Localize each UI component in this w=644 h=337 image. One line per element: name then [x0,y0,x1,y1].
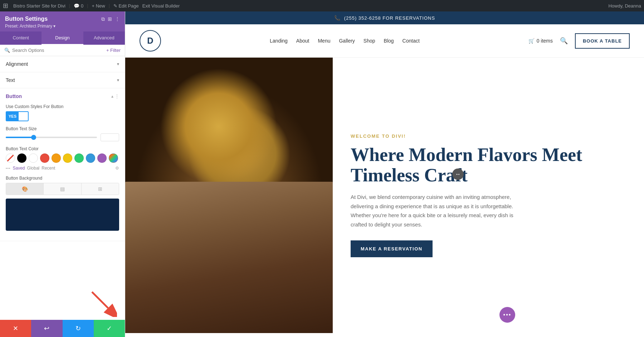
panel-tabs: Content Design Advanced [0,31,125,45]
book-table-button[interactable]: BOOK A TABLE [575,33,630,49]
bg-color-tab[interactable]: 🎨 [6,183,44,195]
text-size-slider-track [6,137,97,138]
hero-section: WELCOME TO DIVI! Where Modern Flavors Me… [125,58,644,333]
custom-styles-field: Use Custom Styles For Button YES [6,104,119,121]
nav-cart[interactable]: 🛒 0 items [528,38,553,44]
reservation-button[interactable]: MAKE A RESERVATION [351,240,433,257]
wp-logo-icon[interactable]: ⊞ [3,2,8,10]
separator3: | [109,3,110,8]
edit-page-button[interactable]: ✎ Edit Page [113,3,139,9]
separator2: | [87,3,88,8]
panel-columns-icon[interactable]: ⊞ [108,16,112,22]
resize-handle[interactable]: ↔ [452,168,464,180]
bg-image-icon: ⊞ [98,186,102,192]
topbar-text: (255) 352-6258 FOR RESERVATIONS [344,15,435,21]
nav-about[interactable]: About [296,38,309,44]
website-preview: 📞 (255) 352-6258 FOR RESERVATIONS D Land… [125,11,644,337]
tab-design[interactable]: Design [42,31,83,45]
hero-content: WELCOME TO DIVI! Where Modern Flavors Me… [333,58,644,333]
save-button[interactable]: ✓ [94,320,125,337]
custom-styles-toggle[interactable]: YES [6,111,29,121]
comments-icon[interactable]: 💬 0 [74,3,83,9]
yellow-color-swatch[interactable] [63,153,72,163]
phone-icon: 📞 [334,15,341,21]
saved-tag[interactable]: Saved [13,166,25,171]
button-text-size-field: Button Text Size 13px [6,126,119,141]
purple-color-swatch[interactable] [97,153,107,163]
separator: | [69,3,70,8]
bg-gradient-tab[interactable]: ▤ [44,183,81,195]
hero-description: At Divi, we blend contemporary cuisine w… [351,192,530,229]
panel-title: Button Settings [5,16,48,22]
panel-preset[interactable]: Preset: Architect Primary ▾ [5,24,120,29]
bg-gradient-icon: ▤ [60,186,65,192]
nav-menu[interactable]: Menu [318,38,330,44]
rainbow-color-swatch[interactable] [109,153,118,163]
green-color-swatch[interactable] [74,153,84,163]
filter-button[interactable]: + Filter [106,48,121,53]
section-menu-icon[interactable]: ⋮ [115,94,119,99]
color-preview-box[interactable] [6,199,119,231]
black-color-swatch[interactable] [17,153,26,163]
white-color-swatch[interactable] [29,153,38,163]
transparent-color-swatch[interactable] [6,153,15,163]
search-icon[interactable]: 🔍 [560,37,568,45]
tab-advanced[interactable]: Advanced [83,31,125,45]
wp-admin-bar: ⊞ Bistro Starter Site for Divi | 💬 0 | +… [0,0,644,11]
undo-button[interactable]: ↩ [31,320,62,337]
toggle-yes-label: YES [6,112,19,121]
bg-color-icon: 🎨 [22,186,28,192]
nav-blog[interactable]: Blog [384,38,394,44]
bg-image-tab[interactable]: ⊞ [82,183,119,195]
hero-image [125,58,333,333]
global-tag[interactable]: Global [27,166,40,171]
blue-color-swatch[interactable] [86,153,95,163]
nav-shop[interactable]: Shop [364,38,375,44]
exit-visual-builder-button[interactable]: Exit Visual Builder [142,3,180,9]
orange-color-swatch[interactable] [52,153,61,163]
floating-dots-button[interactable]: ••• [499,307,515,323]
redo-button[interactable]: ↻ [63,320,94,337]
hero-subtitle: WELCOME TO DIVI! [351,133,626,139]
recent-tag[interactable]: Recent [42,166,55,171]
search-icon: 🔍 [4,48,10,53]
site-topbar: 📞 (255) 352-6258 FOR RESERVATIONS [125,11,644,24]
color-dots: ••• [6,166,11,170]
red-color-swatch[interactable] [40,153,49,163]
nav-landing[interactable]: Landing [270,38,288,44]
alignment-chevron-icon: ▾ [117,62,119,67]
button-background-field: Button Background 🎨 ▤ ⊞ [6,176,119,231]
text-size-value-input[interactable]: 13px [101,133,119,141]
panel-copy-icon[interactable]: ⧉ [101,16,105,22]
new-button[interactable]: + New [92,3,105,9]
button-section: Button ▴ ⋮ Use Custom Styles For Button … [0,88,125,241]
settings-panel: Button Settings ⧉ ⊞ ⋮ Preset: Architect … [0,11,125,337]
panel-more-icon[interactable]: ⋮ [115,16,120,22]
nav-links: Landing About Menu Gallery Shop Blog Con… [270,38,420,44]
alignment-label: Alignment [6,61,28,67]
panel-header: Button Settings ⧉ ⊞ ⋮ Preset: Architect … [0,11,125,31]
site-nav: D Landing About Menu Gallery Shop Blog C… [125,24,644,58]
background-type-tabs: 🎨 ▤ ⊞ [6,183,119,195]
alignment-section[interactable]: Alignment ▾ [0,56,125,72]
bottom-toolbar: ✕ ↩ ↻ ✓ [0,320,125,337]
search-bar: 🔍 + Filter [0,45,125,56]
nav-contact[interactable]: Contact [402,38,420,44]
tab-content[interactable]: Content [0,31,42,45]
cart-count: 0 items [537,38,553,44]
nav-gallery[interactable]: Gallery [339,38,355,44]
toggle-handle [19,112,27,120]
button-background-label: Button Background [6,176,119,181]
site-name[interactable]: Bistro Starter Site for Divi [13,3,65,9]
text-section[interactable]: Text ▾ [0,72,125,88]
site-logo[interactable]: D [140,30,161,52]
bag-visual [125,182,333,333]
close-button[interactable]: ✕ [0,320,31,337]
search-input[interactable] [12,48,104,53]
preview-area: 📞 (255) 352-6258 FOR RESERVATIONS D Land… [125,11,644,337]
section-collapse-icon[interactable]: ▴ [111,94,113,99]
slider-thumb[interactable] [31,135,36,140]
slider-fill [6,137,33,138]
cart-icon: 🛒 [528,38,535,44]
color-settings-icon[interactable]: ⚙ [115,166,119,171]
